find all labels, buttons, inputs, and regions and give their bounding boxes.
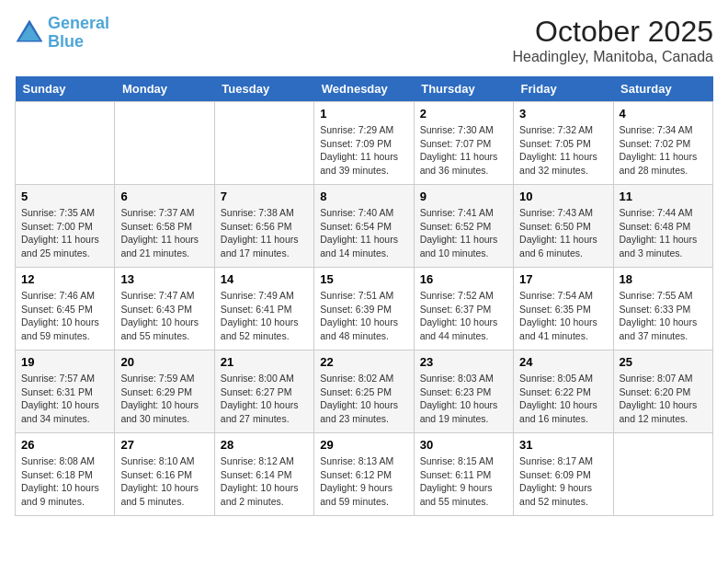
calendar-cell: 8Sunrise: 7:40 AMSunset: 6:54 PMDaylight… [314,185,414,268]
date-number: 19 [21,355,108,369]
date-number: 6 [120,190,208,203]
day-header-monday: Monday [115,76,214,102]
calendar-cell: 25Sunrise: 8:07 AMSunset: 6:20 PMDayligh… [613,350,712,433]
date-number: 18 [620,272,707,286]
cell-info: Sunrise: 8:10 AMSunset: 6:16 PMDaylight:… [120,454,208,509]
calendar-cell: 24Sunrise: 8:05 AMSunset: 6:22 PMDayligh… [514,350,613,433]
calendar-cell: 13Sunrise: 7:47 AMSunset: 6:43 PMDayligh… [115,268,214,350]
cell-info: Sunrise: 7:41 AMSunset: 6:52 PMDaylight:… [420,206,507,260]
date-number: 1 [320,107,407,121]
cell-info: Sunrise: 7:55 AMSunset: 6:33 PMDaylight:… [620,289,707,343]
date-number: 24 [519,355,607,369]
date-number: 27 [120,438,208,452]
date-number: 17 [519,272,607,286]
date-number: 28 [221,438,308,452]
date-number: 29 [320,438,407,452]
calendar-cell: 4Sunrise: 7:34 AMSunset: 7:02 PMDaylight… [613,102,712,185]
calendar-cell: 19Sunrise: 7:57 AMSunset: 6:31 PMDayligh… [16,350,115,433]
calendar-cell: 17Sunrise: 7:54 AMSunset: 6:35 PMDayligh… [514,268,613,350]
date-number: 4 [620,107,707,121]
logo-line2: Blue [48,32,84,51]
cell-info: Sunrise: 7:35 AMSunset: 7:00 PMDaylight:… [21,206,108,260]
day-header-friday: Friday [514,76,613,102]
cell-info: Sunrise: 8:17 AMSunset: 6:09 PMDaylight:… [519,454,607,509]
calendar-cell: 12Sunrise: 7:46 AMSunset: 6:45 PMDayligh… [16,268,115,350]
day-header-row: SundayMondayTuesdayWednesdayThursdayFrid… [16,76,713,102]
cell-info: Sunrise: 8:13 AMSunset: 6:12 PMDaylight:… [320,454,407,509]
cell-info: Sunrise: 8:03 AMSunset: 6:23 PMDaylight:… [420,372,507,426]
date-number: 8 [320,190,407,203]
calendar-cell: 31Sunrise: 8:17 AMSunset: 6:09 PMDayligh… [514,433,613,516]
week-row-5: 26Sunrise: 8:08 AMSunset: 6:18 PMDayligh… [16,433,713,516]
logo-line1: General [48,14,109,32]
cell-info: Sunrise: 8:02 AMSunset: 6:25 PMDaylight:… [320,372,407,426]
title-section: October 2025 Headingley, Manitoba, Canad… [512,15,713,65]
calendar-cell: 16Sunrise: 7:52 AMSunset: 6:37 PMDayligh… [414,268,513,350]
month-title: October 2025 [512,15,713,49]
calendar-cell [613,433,712,516]
cell-info: Sunrise: 7:38 AMSunset: 6:56 PMDaylight:… [221,206,308,260]
cell-info: Sunrise: 7:44 AMSunset: 6:48 PMDaylight:… [620,206,707,260]
day-header-tuesday: Tuesday [214,76,313,102]
calendar-cell: 21Sunrise: 8:00 AMSunset: 6:27 PMDayligh… [214,350,313,433]
calendar-cell [214,102,313,185]
calendar-table: SundayMondayTuesdayWednesdayThursdayFrid… [15,76,713,516]
date-number: 14 [221,272,308,286]
date-number: 31 [519,438,607,452]
day-header-thursday: Thursday [414,76,513,102]
date-number: 22 [320,355,407,369]
cell-info: Sunrise: 7:30 AMSunset: 7:07 PMDaylight:… [420,123,507,178]
date-number: 21 [221,355,308,369]
calendar-cell: 18Sunrise: 7:55 AMSunset: 6:33 PMDayligh… [613,268,712,350]
cell-info: Sunrise: 8:12 AMSunset: 6:14 PMDaylight:… [221,454,308,509]
cell-info: Sunrise: 8:00 AMSunset: 6:27 PMDaylight:… [221,372,308,426]
cell-info: Sunrise: 7:34 AMSunset: 7:02 PMDaylight:… [620,123,707,178]
calendar-cell: 10Sunrise: 7:43 AMSunset: 6:50 PMDayligh… [514,185,613,268]
cell-info: Sunrise: 7:43 AMSunset: 6:50 PMDaylight:… [519,206,607,260]
date-number: 30 [420,438,507,452]
calendar-cell: 1Sunrise: 7:29 AMSunset: 7:09 PMDaylight… [314,102,414,185]
date-number: 11 [620,190,707,203]
logo: General Blue [15,15,109,52]
cell-info: Sunrise: 7:47 AMSunset: 6:43 PMDaylight:… [120,289,208,343]
cell-info: Sunrise: 7:40 AMSunset: 6:54 PMDaylight:… [320,206,407,260]
calendar-cell [16,102,115,185]
calendar-cell: 22Sunrise: 8:02 AMSunset: 6:25 PMDayligh… [314,350,414,433]
day-header-sunday: Sunday [16,76,115,102]
logo-text: General Blue [48,15,109,52]
date-number: 12 [21,272,108,286]
cell-info: Sunrise: 8:05 AMSunset: 6:22 PMDaylight:… [519,372,607,426]
cell-info: Sunrise: 7:29 AMSunset: 7:09 PMDaylight:… [320,123,407,178]
calendar-cell: 26Sunrise: 8:08 AMSunset: 6:18 PMDayligh… [16,433,115,516]
day-header-saturday: Saturday [613,76,712,102]
calendar-cell: 28Sunrise: 8:12 AMSunset: 6:14 PMDayligh… [214,433,313,516]
calendar-cell: 3Sunrise: 7:32 AMSunset: 7:05 PMDaylight… [514,102,613,185]
calendar-cell: 2Sunrise: 7:30 AMSunset: 7:07 PMDaylight… [414,102,513,185]
cell-info: Sunrise: 8:07 AMSunset: 6:20 PMDaylight:… [620,372,707,426]
calendar-cell: 29Sunrise: 8:13 AMSunset: 6:12 PMDayligh… [314,433,414,516]
cell-info: Sunrise: 7:54 AMSunset: 6:35 PMDaylight:… [519,289,607,343]
date-number: 13 [120,272,208,286]
week-row-4: 19Sunrise: 7:57 AMSunset: 6:31 PMDayligh… [16,350,713,433]
week-row-2: 5Sunrise: 7:35 AMSunset: 7:00 PMDaylight… [16,185,713,268]
calendar-cell: 27Sunrise: 8:10 AMSunset: 6:16 PMDayligh… [115,433,214,516]
date-number: 15 [320,272,407,286]
calendar-cell [115,102,214,185]
date-number: 26 [21,438,108,452]
calendar-cell: 14Sunrise: 7:49 AMSunset: 6:41 PMDayligh… [214,268,313,350]
calendar-cell: 11Sunrise: 7:44 AMSunset: 6:48 PMDayligh… [613,185,712,268]
calendar-cell: 9Sunrise: 7:41 AMSunset: 6:52 PMDaylight… [414,185,513,268]
date-number: 23 [420,355,507,369]
week-row-3: 12Sunrise: 7:46 AMSunset: 6:45 PMDayligh… [16,268,713,350]
calendar-cell: 20Sunrise: 7:59 AMSunset: 6:29 PMDayligh… [115,350,214,433]
date-number: 2 [420,107,507,121]
calendar-cell: 30Sunrise: 8:15 AMSunset: 6:11 PMDayligh… [414,433,513,516]
cell-info: Sunrise: 7:59 AMSunset: 6:29 PMDaylight:… [120,372,208,426]
date-number: 5 [21,190,108,203]
calendar-cell: 6Sunrise: 7:37 AMSunset: 6:58 PMDaylight… [115,185,214,268]
date-number: 9 [420,190,507,203]
date-number: 3 [519,107,607,121]
logo-icon [15,18,44,48]
calendar-cell: 23Sunrise: 8:03 AMSunset: 6:23 PMDayligh… [414,350,513,433]
calendar-cell: 5Sunrise: 7:35 AMSunset: 7:00 PMDaylight… [16,185,115,268]
